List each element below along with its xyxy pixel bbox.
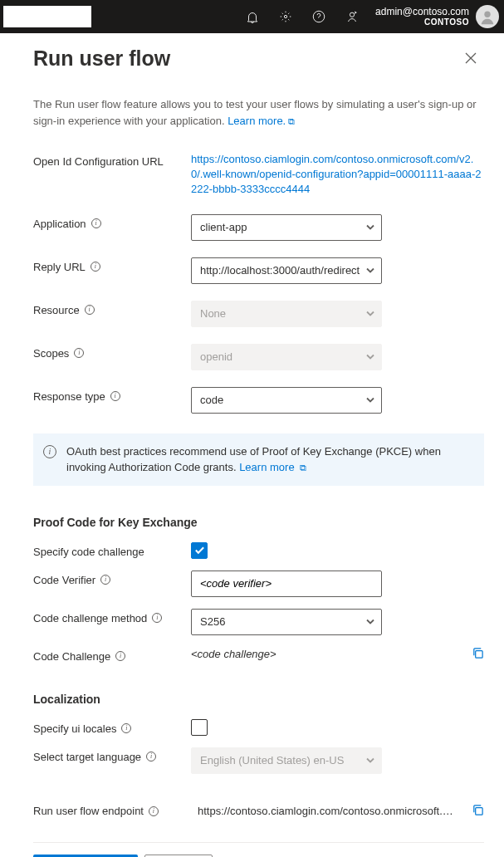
- svg-point-2: [350, 12, 354, 17]
- svg-point-0: [284, 15, 286, 17]
- application-label: Application: [33, 218, 86, 230]
- account-tenant: CONTOSO: [424, 17, 469, 27]
- panel-description: The Run user flow feature allows you to …: [33, 96, 484, 129]
- notifications-icon[interactable]: [236, 0, 269, 33]
- resource-select: None: [191, 301, 382, 327]
- chevron-down-icon: [366, 264, 374, 277]
- footer-divider: [33, 842, 484, 843]
- scopes-select: openid: [191, 344, 382, 370]
- avatar[interactable]: [476, 5, 499, 28]
- response-type-select[interactable]: code: [191, 387, 382, 414]
- run-user-flow-panel: Run user flow The Run user flow feature …: [0, 33, 504, 857]
- chevron-down-icon: [366, 754, 374, 766]
- specify-ui-locales-checkbox[interactable]: [191, 719, 208, 736]
- external-link-icon: ⧉: [288, 116, 295, 126]
- reply-url-label: Reply URL: [33, 261, 86, 273]
- external-link-icon: ⧉: [300, 463, 306, 473]
- chevron-down-icon: [366, 307, 374, 320]
- info-icon[interactable]: i: [110, 391, 120, 401]
- response-type-label: Response type: [33, 390, 105, 403]
- application-select[interactable]: client-app: [191, 214, 382, 241]
- info-icon[interactable]: i: [152, 613, 162, 623]
- learn-more-link[interactable]: Learn more.⧉: [228, 115, 295, 127]
- pkce-info-box: i OAuth best practices recommend use of …: [33, 433, 484, 486]
- code-challenge-label: Code Challenge: [33, 650, 110, 663]
- info-icon[interactable]: i: [121, 723, 131, 733]
- chevron-down-icon: [366, 221, 374, 233]
- code-challenge-method-label: Code challenge method: [33, 612, 147, 624]
- run-user-flow-button[interactable]: Run user flow: [33, 855, 138, 857]
- copy-code-challenge-button[interactable]: [472, 647, 484, 662]
- settings-icon[interactable]: [269, 0, 302, 33]
- scopes-label: Scopes: [33, 347, 69, 360]
- help-icon[interactable]: [302, 0, 335, 33]
- endpoint-label: Run user flow endpoint: [33, 805, 144, 817]
- info-icon[interactable]: i: [149, 806, 159, 816]
- localization-section-title: Localization: [33, 693, 484, 706]
- copy-endpoint-button[interactable]: [472, 804, 484, 819]
- info-icon[interactable]: i: [85, 305, 95, 315]
- chevron-down-icon: [366, 615, 374, 628]
- svg-point-3: [484, 12, 490, 17]
- reply-url-select[interactable]: http://localhost:3000/auth/redirect: [191, 257, 382, 284]
- info-icon[interactable]: i: [100, 575, 110, 585]
- chevron-down-icon: [366, 350, 374, 363]
- info-icon[interactable]: i: [74, 348, 84, 358]
- target-language-select: English (United States) en-US: [191, 747, 382, 774]
- panel-title: Run user flow: [33, 47, 170, 71]
- info-icon[interactable]: i: [91, 218, 101, 228]
- account-info[interactable]: admin@contoso.com CONTOSO: [369, 6, 476, 27]
- code-verifier-label: Code Verifier: [33, 574, 95, 586]
- resource-label: Resource: [33, 304, 80, 316]
- openid-url-label: Open Id Configuration URL: [33, 152, 191, 168]
- account-email: admin@contoso.com: [375, 6, 469, 17]
- info-icon[interactable]: i: [115, 651, 125, 661]
- target-language-label: Select target language: [33, 751, 141, 763]
- info-icon: i: [43, 445, 56, 458]
- svg-rect-4: [476, 650, 482, 657]
- openid-url-link[interactable]: https://contoso.ciamlogin.com/contoso.on…: [191, 153, 481, 195]
- specify-code-challenge-label: Specify code challenge: [33, 546, 144, 558]
- cancel-button[interactable]: Cancel: [144, 855, 213, 857]
- specify-ui-locales-label: Specify ui locales: [33, 722, 116, 735]
- svg-rect-5: [476, 807, 482, 814]
- specify-code-challenge-checkbox[interactable]: [191, 542, 208, 559]
- top-bar: admin@contoso.com CONTOSO: [0, 0, 504, 33]
- endpoint-value: https://contoso.ciamlogin.com/contoso.on…: [198, 805, 458, 817]
- pkce-section-title: Proof Code for Key Exchange: [33, 516, 484, 529]
- pkce-learn-more-link[interactable]: Learn more ⧉: [239, 461, 306, 473]
- chevron-down-icon: [366, 394, 374, 406]
- info-icon[interactable]: i: [91, 262, 100, 272]
- code-verifier-input[interactable]: [191, 571, 382, 597]
- feedback-icon[interactable]: [335, 0, 369, 33]
- close-button[interactable]: [458, 45, 484, 71]
- search-placeholder-box[interactable]: [3, 6, 91, 27]
- footer-actions: Run user flow Cancel: [33, 855, 484, 857]
- info-icon[interactable]: i: [146, 752, 156, 762]
- code-challenge-value: <code challenge>: [191, 648, 276, 660]
- code-challenge-method-select[interactable]: S256: [191, 609, 382, 635]
